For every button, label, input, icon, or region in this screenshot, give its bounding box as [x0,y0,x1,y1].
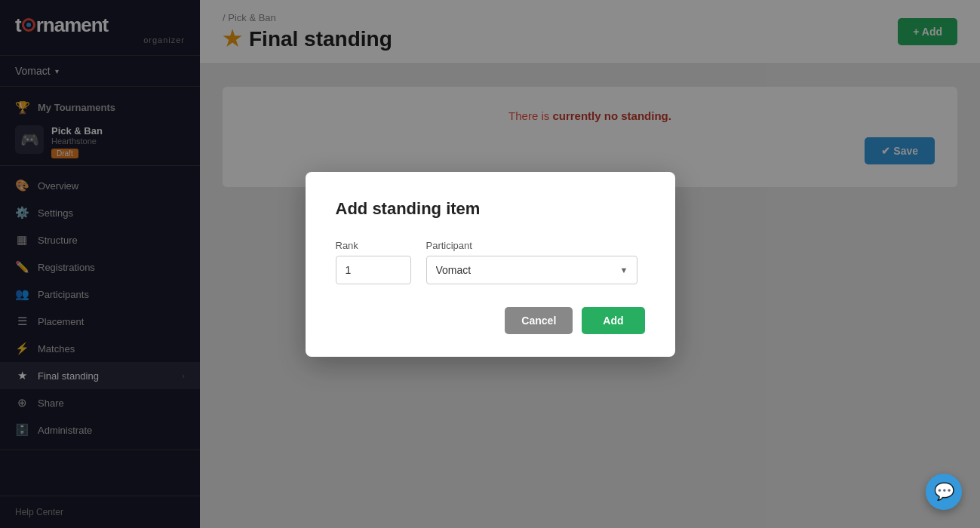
participant-field-group: Participant Vomact [426,240,637,284]
rank-field-group: Rank [336,240,411,284]
modal-fields: Rank Participant Vomact [336,240,645,284]
modal-add-button[interactable]: Add [582,307,644,334]
participant-select-wrapper: Vomact [426,256,637,284]
add-standing-modal: Add standing item Rank Participant Vomac… [306,172,675,357]
chat-bubble-button[interactable]: 💬 [926,474,962,510]
rank-input[interactable] [336,256,411,284]
rank-label: Rank [336,240,411,251]
chat-icon: 💬 [934,482,954,502]
participant-select[interactable]: Vomact [426,256,637,284]
modal-actions: Cancel Add [336,307,645,334]
participant-label: Participant [426,240,637,251]
modal-title: Add standing item [336,199,645,219]
cancel-button[interactable]: Cancel [505,307,573,334]
modal-overlay[interactable]: Add standing item Rank Participant Vomac… [0,0,980,528]
